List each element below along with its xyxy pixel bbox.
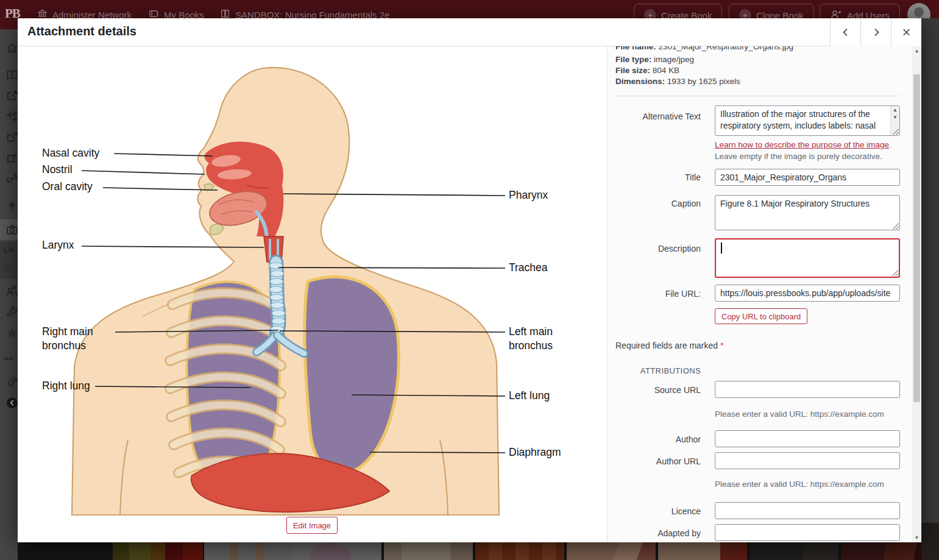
scrollbar-thumb[interactable] <box>913 74 920 402</box>
source-url-input[interactable] <box>715 381 900 398</box>
alt-text-wrap: Illustration of the major structures of … <box>715 105 900 136</box>
media-thumbnail[interactable] <box>204 542 293 560</box>
description-input[interactable] <box>716 239 899 277</box>
attachment-details-modal: Nasal cavity Nostril Oral cavity Larynx … <box>18 18 921 542</box>
dimensions-meta: Dimensions: 1933 by 1625 pixels <box>615 76 740 87</box>
screen: PB Administer Network My Books SANDBOX: … <box>0 0 939 560</box>
author-url-input[interactable] <box>715 452 900 469</box>
modal-header: Attachment details × <box>18 18 921 46</box>
label-right-lung: Right lung <box>42 380 90 392</box>
media-thumbnail[interactable] <box>567 542 656 560</box>
label-left-lung: Left lung <box>509 389 550 402</box>
trachea-rings <box>269 263 285 332</box>
author-label: Author <box>608 434 701 444</box>
attributions-heading: ATTRIBUTIONS <box>608 366 701 375</box>
attachment-details-panel: File name: 2301_Major_Respiratory_Organs… <box>608 46 912 542</box>
media-thumbnail[interactable] <box>384 542 473 560</box>
sidebar-library-label[interactable]: Lib <box>4 246 15 254</box>
label-diaphragm: Diaphragm <box>509 446 561 458</box>
required-note: Required fields are marked * <box>615 341 723 350</box>
media-grid-strip <box>18 542 939 560</box>
licence-input[interactable] <box>715 502 900 519</box>
file-url-label: File URL: <box>608 289 701 299</box>
sidebar-hp-label[interactable]: H-P <box>4 356 13 362</box>
author-url-helper: Please enter a valid URL: https://exampl… <box>715 480 884 489</box>
label-larynx: Larynx <box>42 239 74 251</box>
alt-help-text: Learn how to describe the purpose of the… <box>715 140 898 162</box>
media-thumbnail[interactable] <box>749 542 838 560</box>
adapted-by-label: Adapted by <box>608 528 701 538</box>
modal-title: Attachment details <box>27 24 136 38</box>
caption-wrap: Figure 8.1 Major Respiratory Structures <box>715 195 900 230</box>
close-icon[interactable]: × <box>891 18 921 46</box>
file-size-meta: File size: 804 KB <box>615 65 679 76</box>
copy-url-button[interactable]: Copy URL to clipboard <box>715 308 807 324</box>
label-trachea: Trachea <box>509 261 548 274</box>
label-pharynx: Pharynx <box>509 189 548 201</box>
panel-scrollbar[interactable]: ▲ ▼ <box>912 46 921 542</box>
alt-text-label: Alternative Text <box>608 112 701 121</box>
author-input[interactable] <box>715 430 900 447</box>
scroll-up-arrow[interactable]: ▲ <box>912 46 921 55</box>
label-right-main: Right main <box>42 325 93 338</box>
author-url-label: Author URL <box>608 456 701 466</box>
next-attachment-button[interactable] <box>860 18 891 46</box>
description-wrap <box>715 238 900 278</box>
label-right-main-2: bronchus <box>42 339 86 352</box>
sidebar-admin-label[interactable]: Ad <box>4 263 13 272</box>
source-url-label: Source URL <box>608 385 701 395</box>
meta-divider <box>615 96 900 96</box>
edit-image-button[interactable]: Edit Image <box>286 517 338 534</box>
title-input[interactable] <box>715 169 900 186</box>
licence-label: Licence <box>608 506 701 516</box>
media-thumbnail[interactable] <box>292 542 381 560</box>
alt-text-input[interactable]: Illustration of the major structures of … <box>715 106 899 135</box>
media-thumbnail[interactable] <box>475 542 564 560</box>
required-asterisk: * <box>720 341 723 350</box>
media-thumbnail[interactable] <box>658 542 747 560</box>
adapted-by-input[interactable] <box>715 524 900 541</box>
caption-label: Caption <box>608 199 701 208</box>
describe-purpose-link[interactable]: Learn how to describe the purpose of the… <box>715 140 889 149</box>
label-left-main-2: bronchus <box>509 339 553 352</box>
media-thumbnail[interactable] <box>113 542 203 560</box>
avatar-head <box>914 7 924 17</box>
label-nostril: Nostril <box>42 163 73 175</box>
attachment-preview-pane: Nasal cavity Nostril Oral cavity Larynx … <box>18 46 608 542</box>
scroll-down-arrow[interactable]: ▼ <box>912 533 921 542</box>
respiratory-illustration: Nasal cavity Nostril Oral cavity Larynx … <box>32 55 593 518</box>
label-oral-cavity: Oral cavity <box>42 180 93 193</box>
text-caret <box>721 243 722 253</box>
source-url-helper: Please enter a valid URL: https://exampl… <box>715 409 884 419</box>
caption-input[interactable]: Figure 8.1 Major Respiratory Structures <box>715 196 899 230</box>
body-outline <box>72 68 499 515</box>
title-label: Title <box>608 172 701 182</box>
file-url-input[interactable] <box>715 285 900 302</box>
description-label: Description <box>608 244 701 253</box>
backdrop-right-gap <box>921 18 939 560</box>
previous-attachment-button[interactable] <box>830 18 860 46</box>
label-nasal-cavity: Nasal cavity <box>42 147 100 159</box>
label-left-main: Left main <box>509 325 553 338</box>
file-type-meta: File type: image/jpeg <box>615 54 694 65</box>
